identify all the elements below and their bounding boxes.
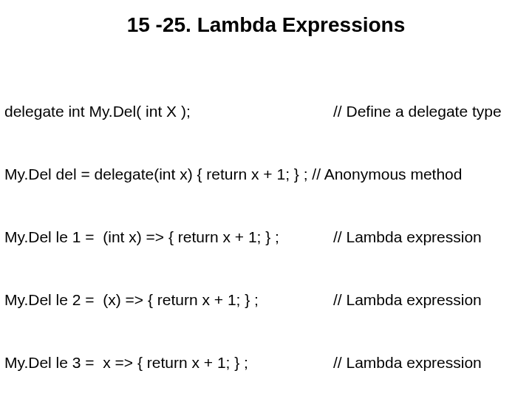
slide: 15 -25. Lambda Expressions delegate int … — [0, 0, 532, 399]
code-line-3: My.Del le 1 = (int x) => { return x + 1;… — [4, 227, 528, 248]
code-text: My.Del le 3 = x => { return x + 1; } ; — [4, 352, 333, 373]
code-text: My.Del le 2 = (x) => { return x + 1; } ; — [4, 290, 333, 310]
code-line-4: My.Del le 2 = (x) => { return x + 1; } ;… — [4, 290, 528, 310]
code-comment: // Lambda expression — [333, 352, 482, 373]
code-text: delegate int My.Del( int X ); — [4, 101, 333, 122]
code-line-2: My.Del del = delegate(int x) { return x … — [4, 164, 528, 185]
code-text: My.Del le 1 = (int x) => { return x + 1;… — [4, 227, 333, 248]
code-comment: // Define a delegate type — [333, 101, 502, 122]
code-comment: // Lambda expression — [333, 290, 482, 310]
code-comment: // Lambda expression — [333, 227, 482, 248]
code-block: delegate int My.Del( int X ); // Define … — [0, 59, 532, 399]
slide-title: 15 -25. Lambda Expressions — [0, 0, 532, 59]
code-line-5: My.Del le 3 = x => { return x + 1; } ; /… — [4, 352, 528, 373]
code-text: My.Del del = delegate(int x) { return x … — [4, 164, 462, 185]
code-line-1: delegate int My.Del( int X ); // Define … — [4, 101, 528, 122]
